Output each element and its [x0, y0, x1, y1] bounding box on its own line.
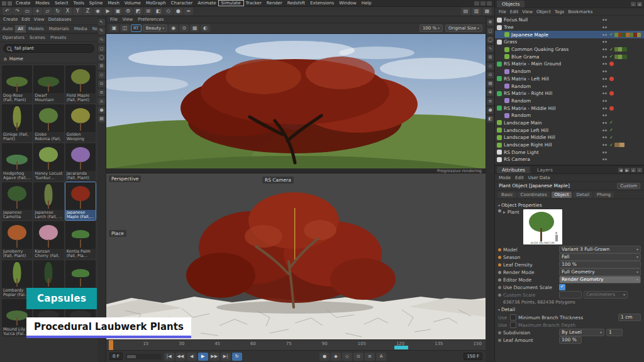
range-start-field[interactable]: 0 F: [109, 353, 123, 360]
menu-item[interactable]: Help: [359, 1, 374, 6]
object-tags[interactable]: [609, 128, 642, 133]
toolbar-icon[interactable]: ▶: [103, 8, 113, 15]
tool-strip-icon[interactable]: ▤: [487, 80, 494, 87]
plant-preview-thumbnail[interactable]: ACER PALMATUM: [523, 209, 562, 244]
toolbar-icon[interactable]: ↶: [3, 8, 12, 15]
menu-item[interactable]: Create: [13, 1, 33, 6]
tool-strip-icon[interactable]: ⊞: [487, 54, 494, 61]
visibility-dots[interactable]: [602, 151, 607, 153]
visibility-dots[interactable]: [602, 41, 607, 43]
custom-scale-field[interactable]: [559, 291, 582, 299]
object-row[interactable]: Random: [495, 68, 644, 75]
plant-asset-tile[interactable]: Golden Weeping Willo…: [65, 104, 96, 142]
toolbar-icon[interactable]: ◩: [133, 8, 143, 15]
visibility-dots[interactable]: [602, 34, 607, 36]
property-value-dropdown[interactable]: 100 %: [559, 261, 641, 268]
keyframe-dot[interactable]: [498, 256, 501, 259]
viewport-camera-label[interactable]: RS Camera: [262, 177, 294, 184]
tool-strip-icon[interactable]: ⊕: [487, 19, 494, 26]
transport-button[interactable]: ▶▶: [209, 353, 219, 361]
object-tags[interactable]: [609, 106, 642, 111]
asset-browser-tab[interactable]: Auto: [0, 25, 15, 33]
keying-button[interactable]: ◇: [342, 353, 352, 361]
visibility-dots[interactable]: [602, 122, 607, 124]
menu-item[interactable]: Spline: [87, 1, 106, 6]
object-manager-header-icon[interactable]: ⌕: [631, 2, 636, 6]
object-row[interactable]: RS Matrix - Main Ground: [495, 60, 644, 68]
object-row[interactable]: RS Matrix - Left Hill: [495, 75, 644, 83]
subdivision-level-field[interactable]: 1: [606, 329, 623, 336]
object-tags[interactable]: [609, 47, 642, 52]
asset-browser-subtab[interactable]: Operators: [0, 34, 27, 41]
leaf-amount-field[interactable]: 100 %: [559, 336, 582, 344]
tool-strip-icon[interactable]: ◧: [487, 116, 494, 123]
object-row[interactable]: Focus Null: [495, 16, 644, 24]
tool-strip-icon[interactable]: ⌂: [98, 98, 105, 105]
tab-layers[interactable]: Layers: [532, 167, 558, 173]
asset-browser-tab[interactable]: Nodes: [90, 25, 98, 33]
plant-asset-tile[interactable]: Juneberry (Fall, Plant): [2, 221, 32, 259]
renderview-menu-item[interactable]: File: [110, 17, 118, 22]
tool-strip-icon[interactable]: ✎: [98, 28, 105, 35]
object-tags[interactable]: [609, 77, 642, 81]
renderview-icon[interactable]: ▣: [109, 25, 119, 32]
toolbar-icon[interactable]: Y: [73, 8, 82, 15]
custom-scale-unit-dropdown[interactable]: Centimeters: [584, 291, 628, 299]
keying-button[interactable]: ◆: [331, 353, 341, 361]
toolbar-icon[interactable]: +: [33, 8, 42, 15]
tool-strip-icon[interactable]: ↖: [98, 19, 105, 26]
attribute-header-icon[interactable]: ▶: [625, 168, 630, 172]
timeline-playhead[interactable]: [109, 340, 113, 351]
tab-attributes[interactable]: Attributes: [497, 167, 530, 173]
menu-item[interactable]: Character: [169, 1, 196, 6]
attribute-section-tab[interactable]: Phong: [594, 192, 614, 198]
visibility-dots[interactable]: [602, 78, 607, 80]
visibility-dots[interactable]: [602, 56, 607, 58]
visibility-dots[interactable]: [602, 129, 607, 131]
tool-strip-icon[interactable]: ◯: [98, 54, 105, 61]
asset-browser-tab[interactable]: All: [15, 25, 26, 33]
attribute-menu-item[interactable]: Edit: [515, 175, 524, 180]
plant-asset-tile[interactable]: Japanese Camellia (Fa…: [2, 182, 32, 220]
toolbar-icon[interactable]: ▣: [113, 8, 123, 15]
transport-button[interactable]: ▶|: [221, 353, 231, 361]
search-input[interactable]: [13, 45, 91, 52]
tool-strip-icon[interactable]: ⊙: [487, 72, 494, 79]
menu-item[interactable]: Redshift: [285, 1, 308, 6]
menu-item[interactable]: Extensions: [308, 1, 336, 6]
toolbar-icon[interactable]: ▱: [43, 8, 52, 15]
menu-item[interactable]: Modes: [33, 1, 52, 6]
subdivision-dropdown[interactable]: By Level: [559, 329, 604, 336]
menu-item[interactable]: Render: [264, 1, 285, 6]
tool-strip-icon[interactable]: ✚: [487, 89, 494, 96]
tool-strip-icon[interactable]: ◻: [98, 45, 105, 52]
keyframe-dot[interactable]: [498, 248, 501, 251]
renderview-icon[interactable]: ◫: [120, 25, 130, 32]
tool-strip-icon[interactable]: ⊞: [98, 63, 105, 70]
object-row[interactable]: Landscape Right Hill: [495, 141, 644, 149]
object-manager-menu-item[interactable]: Tags: [555, 9, 565, 14]
object-row[interactable]: Japanese Maple: [495, 31, 644, 38]
toolbar-icon[interactable]: ⚙: [123, 8, 133, 15]
keyframe-dot[interactable]: [498, 263, 501, 266]
object-tags[interactable]: [609, 120, 642, 125]
toolbar-icon[interactable]: ◇: [164, 8, 173, 15]
attribute-section-tab[interactable]: Basic: [498, 192, 516, 198]
object-manager-menu-item[interactable]: Bookmarks: [568, 9, 592, 14]
visibility-dots[interactable]: [602, 114, 607, 116]
visibility-dots[interactable]: [602, 92, 607, 94]
visibility-dots[interactable]: [602, 85, 607, 87]
object-tags[interactable]: [609, 62, 642, 66]
plant-asset-tile[interactable]: Honey Locust 'Sunbur…: [33, 143, 64, 181]
tool-strip-icon[interactable]: ◇: [98, 72, 105, 79]
object-row[interactable]: RS Matrix - Middle Hill: [495, 104, 644, 112]
object-row[interactable]: Landscape Main: [495, 119, 644, 127]
toolbar-icon[interactable]: X: [63, 8, 72, 15]
object-tags[interactable]: [609, 135, 642, 140]
renderview-icon[interactable]: ◐: [201, 25, 210, 32]
toolbar-icon[interactable]: ≡: [184, 8, 193, 15]
attribute-menu-item[interactable]: User Data: [528, 175, 550, 180]
visibility-dots[interactable]: [602, 48, 607, 50]
attribute-section-tab[interactable]: Object: [552, 192, 572, 198]
object-row[interactable]: RS Matrix - Right Hill: [495, 90, 644, 97]
